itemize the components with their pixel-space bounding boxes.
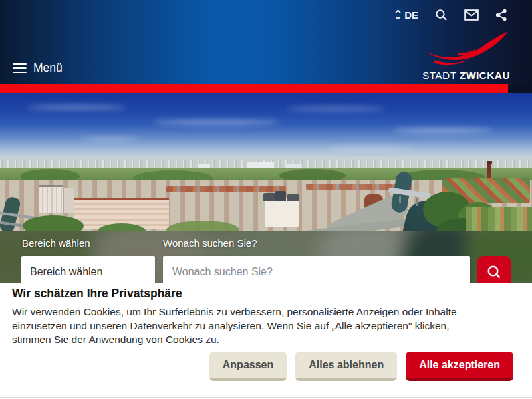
share-icon[interactable] bbox=[495, 9, 507, 21]
cookie-banner-title: Wir schätzen Ihre Privatsphäre bbox=[12, 287, 182, 301]
castle bbox=[265, 198, 299, 227]
updown-chevrons-icon bbox=[394, 9, 402, 21]
sky bbox=[0, 93, 532, 158]
apartment-tower bbox=[39, 185, 63, 213]
hero-city-panorama-photo bbox=[0, 93, 532, 283]
cookie-customize-button[interactable]: Anpassen bbox=[209, 352, 287, 381]
stadt-zwickau-logo[interactable]: STADT ZWICKAU bbox=[421, 31, 510, 82]
search-submit-icon bbox=[487, 265, 501, 279]
site-header: Menü DE bbox=[0, 0, 532, 84]
query-input-label: Wonach suchen Sie? bbox=[163, 237, 257, 249]
cookie-reject-button[interactable]: Alles ablehnen bbox=[295, 352, 397, 381]
cookie-banner-buttons: Anpassen Alles ablehnen Alle akzeptieren bbox=[209, 352, 513, 381]
allotment-gardens bbox=[466, 207, 532, 234]
cookie-accept-button[interactable]: Alle akzeptieren bbox=[406, 352, 513, 381]
menu-label: Menü bbox=[33, 61, 63, 75]
stripe-end-cap bbox=[508, 84, 532, 93]
cookie-banner-divider bbox=[0, 397, 532, 398]
menu-button[interactable]: Menü bbox=[13, 61, 63, 75]
brand-red-stripe bbox=[0, 84, 508, 93]
zwickau-homepage: Menü DE bbox=[0, 0, 532, 399]
search-icon[interactable] bbox=[435, 9, 448, 21]
header-toolbar: DE bbox=[394, 7, 507, 23]
cookie-banner-text: Wir verwenden Cookies, um Ihr Surferlebn… bbox=[12, 305, 488, 346]
mail-icon[interactable] bbox=[464, 9, 479, 21]
language-selector[interactable]: DE bbox=[394, 9, 418, 21]
logo-wordmark: STADT ZWICKAU bbox=[421, 70, 510, 82]
area-select-label: Bereich wählen bbox=[22, 237, 90, 249]
hamburger-icon bbox=[13, 63, 27, 74]
language-code: DE bbox=[404, 9, 418, 21]
logo-swoosh-icon bbox=[421, 31, 510, 65]
cookie-consent-banner: Wir schätzen Ihre Privatsphäre Wir verwe… bbox=[0, 283, 532, 399]
